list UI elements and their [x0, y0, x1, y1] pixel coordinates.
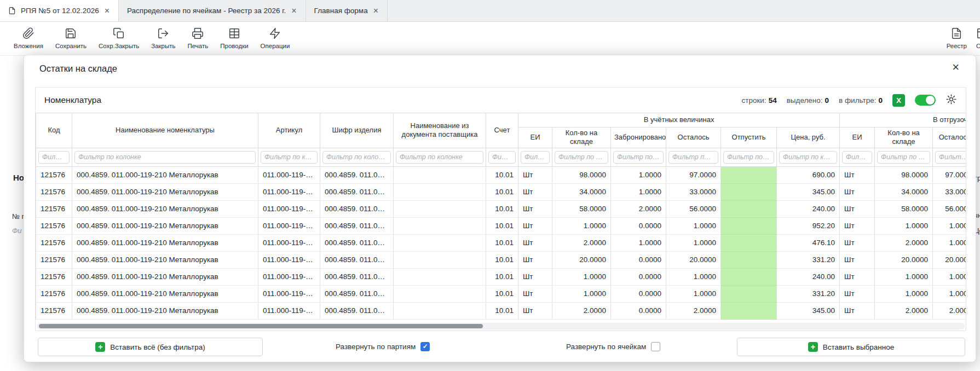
cell-account[interactable]: 10.01: [486, 200, 518, 217]
cell-price[interactable]: 345.00: [777, 183, 840, 200]
cell-release[interactable]: [721, 268, 777, 285]
cell-account[interactable]: 10.01: [486, 166, 518, 183]
cell-name[interactable]: 000.4859. 011.000-119-210 Металлорукав: [72, 217, 258, 234]
cell-release[interactable]: [721, 183, 777, 200]
cell-reserved[interactable]: 0.0000: [611, 251, 666, 268]
cell-supplier-name[interactable]: [394, 183, 486, 200]
filter-qty-ship[interactable]: [877, 151, 930, 164]
table-row[interactable]: 121576 000.4859. 011.000-119-210 Металло…: [36, 268, 966, 285]
cell-supplier-name[interactable]: [394, 285, 486, 302]
col-header-remaining-ship[interactable]: Осталось: [933, 127, 966, 148]
filter-account[interactable]: [488, 151, 516, 164]
cell-code[interactable]: 121576: [36, 285, 72, 302]
cell-unit[interactable]: Шт: [518, 251, 552, 268]
cell-price[interactable]: 331.20: [777, 251, 840, 268]
cell-release[interactable]: [721, 166, 777, 183]
expand-cells-option[interactable]: Развернуть по ячейкам: [566, 342, 660, 351]
col-header-reserved[interactable]: Забронировано: [611, 127, 666, 148]
operations-button[interactable]: Операции: [255, 24, 296, 53]
cell-unit[interactable]: Шт: [518, 183, 552, 200]
cell-account[interactable]: 10.01: [486, 217, 518, 234]
view-toggle[interactable]: [915, 95, 936, 106]
cell-remaining[interactable]: 1.0000: [666, 234, 721, 251]
col-header-article[interactable]: Артикул: [258, 113, 320, 148]
save-button[interactable]: Сохранить: [49, 24, 93, 53]
cell-price[interactable]: 345.00: [777, 302, 840, 319]
cell-reserved[interactable]: 0.0000: [611, 268, 666, 285]
cell-cipher[interactable]: 000.4859. 011.000-119-210: [320, 183, 394, 200]
col-header-name[interactable]: Наименование номенклатуры: [72, 113, 258, 148]
cell-name[interactable]: 000.4859. 011.000-119-210 Металлорукав: [72, 251, 258, 268]
cell-cipher[interactable]: 000.4859. 011.000-119-210: [320, 200, 394, 217]
cell-remaining[interactable]: 33.0000: [666, 183, 721, 200]
col-header-remaining[interactable]: Осталось: [666, 127, 721, 148]
cell-cipher[interactable]: 000.4859. 011.000-119-210: [320, 302, 394, 319]
cell-reserved[interactable]: 0.0000: [611, 217, 666, 234]
cell-reserved[interactable]: 1.0000: [611, 183, 666, 200]
cell-article[interactable]: 011.000-119-210: [258, 302, 320, 319]
cell-account[interactable]: 10.01: [486, 285, 518, 302]
cell-cipher[interactable]: 000.4859. 011.000-119-210: [320, 217, 394, 234]
cell-supplier-name[interactable]: [394, 268, 486, 285]
cell-cipher[interactable]: 000.4859. 011.000-119-210: [320, 166, 394, 183]
cell-remaining[interactable]: 97.0000: [666, 166, 721, 183]
cell-release[interactable]: [721, 251, 777, 268]
cell-article[interactable]: 011.000-119-210: [258, 251, 320, 268]
cell-article[interactable]: 011.000-119-210: [258, 285, 320, 302]
cell-remaining-ship[interactable]: 1.0000: [933, 234, 966, 251]
cell-release[interactable]: [721, 302, 777, 319]
tab-close-icon[interactable]: ×: [104, 7, 110, 15]
cell-price[interactable]: 952.20: [777, 217, 840, 234]
cell-reserved[interactable]: 1.0000: [611, 234, 666, 251]
cell-qty[interactable]: 2.0000: [552, 234, 611, 251]
cell-unit[interactable]: Шт: [518, 285, 552, 302]
cell-remaining-ship[interactable]: 2.0000: [933, 302, 966, 319]
cell-cipher[interactable]: 000.4859. 011.000-119-210: [320, 285, 394, 302]
cell-name[interactable]: 000.4859. 011.000-119-210 Металлорукав: [72, 183, 258, 200]
cell-unit-ship[interactable]: Шт: [840, 183, 875, 200]
tab-rpy[interactable]: РПЯ №5 от 12.02.2026 ×: [0, 0, 119, 21]
horizontal-scrollbar-thumb[interactable]: [39, 324, 483, 328]
col-header-code[interactable]: Код: [36, 113, 72, 148]
cell-article[interactable]: 011.000-119-210: [258, 234, 320, 251]
table-row[interactable]: 121576 000.4859. 011.000-119-210 Металло…: [36, 217, 966, 234]
cell-remaining[interactable]: 2.0000: [666, 302, 721, 319]
cell-cipher[interactable]: 000.4859. 011.000-119-210: [320, 234, 394, 251]
col-header-qty[interactable]: Кол-во на складе: [552, 127, 611, 148]
horizontal-scrollbar[interactable]: [37, 323, 965, 329]
cell-remaining[interactable]: 1.0000: [666, 217, 721, 234]
tab-main-form[interactable]: Главная форма ×: [306, 0, 388, 21]
cell-unit-ship[interactable]: Шт: [840, 268, 875, 285]
col-header-price[interactable]: Цена, руб.: [777, 127, 840, 148]
save-close-button[interactable]: Сохр.Закрыть: [93, 24, 145, 53]
cell-qty[interactable]: 1.0000: [552, 217, 611, 234]
table-row[interactable]: 121576 000.4859. 011.000-119-210 Металло…: [36, 200, 966, 217]
filter-release[interactable]: [723, 151, 774, 164]
print-button[interactable]: Печать: [182, 24, 215, 53]
col-header-supplier-name[interactable]: Наименование из документа поставщика: [394, 113, 486, 148]
cell-remaining-ship[interactable]: 56.0000: [933, 200, 966, 217]
cell-release[interactable]: [721, 285, 777, 302]
cell-remaining-ship[interactable]: 97.0000: [933, 166, 966, 183]
cell-article[interactable]: 011.000-119-210: [258, 166, 320, 183]
cell-qty-ship[interactable]: 2.0000: [875, 234, 933, 251]
cell-unit[interactable]: Шт: [518, 234, 552, 251]
tab-close-icon[interactable]: ×: [291, 7, 297, 15]
cell-reserved[interactable]: 0.0000: [611, 285, 666, 302]
table-row[interactable]: 121576 000.4859. 011.000-119-210 Металло…: [36, 251, 966, 268]
cell-account[interactable]: 10.01: [486, 268, 518, 285]
cell-qty-ship[interactable]: 20.0000: [875, 251, 933, 268]
table-row[interactable]: 121576 000.4859. 011.000-119-210 Металло…: [36, 302, 966, 319]
filter-remaining[interactable]: [668, 151, 718, 164]
cell-name[interactable]: 000.4859. 011.000-119-210 Металлорукав: [72, 200, 258, 217]
cell-unit-ship[interactable]: Шт: [840, 234, 875, 251]
cell-unit[interactable]: Шт: [518, 200, 552, 217]
col-header-unit-ship[interactable]: ЕИ: [840, 127, 875, 148]
cell-unit-ship[interactable]: Шт: [840, 251, 875, 268]
cell-account[interactable]: 10.01: [486, 251, 518, 268]
filter-remaining-ship[interactable]: [935, 151, 966, 164]
cell-supplier-name[interactable]: [394, 200, 486, 217]
cell-cipher[interactable]: 000.4859. 011.000-119-210: [320, 251, 394, 268]
filter-article[interactable]: [261, 151, 318, 164]
cell-name[interactable]: 000.4859. 011.000-119-210 Металлорукав: [72, 285, 258, 302]
